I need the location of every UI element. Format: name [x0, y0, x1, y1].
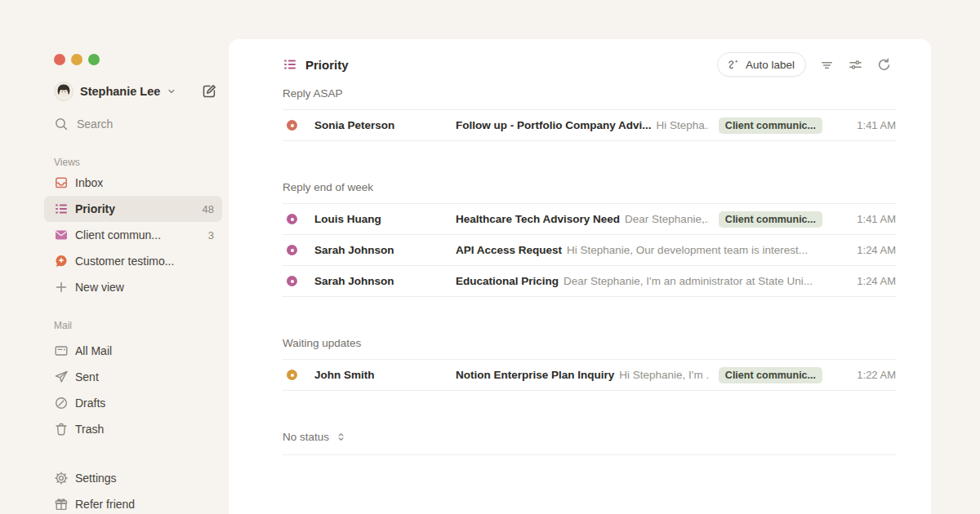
email-subject: Notion Enterprise Plan Inquiry [456, 369, 614, 381]
section-reply-end-of-week: Reply end of week Louis Huang Healthcare… [283, 179, 896, 297]
sidebar-item-new-view[interactable]: New view [44, 274, 222, 300]
chevron-up-down-icon [336, 432, 346, 442]
sidebar-item-inbox[interactable]: Inbox [44, 170, 222, 196]
section-label: Reply ASAP [283, 87, 343, 100]
unread-status-dot-icon[interactable] [287, 120, 297, 131]
email-snippet: Dear Stephanie,... [625, 213, 709, 225]
paper-plane-icon [54, 370, 69, 384]
unread-status-dot-icon[interactable] [287, 214, 297, 224]
search-icon [54, 117, 69, 131]
section-label: No status [283, 431, 329, 443]
window-controls [54, 54, 222, 65]
priority-list-icon [54, 202, 69, 216]
email-time: 1:41 AM [837, 213, 896, 225]
view-header: Priority Auto label [229, 39, 931, 82]
section-no-status: No status [283, 428, 896, 455]
email-time: 1:24 AM [837, 244, 896, 256]
sidebar-item-label: Client commun... [75, 228, 161, 241]
email-sender: Sonia Peterson [314, 119, 456, 131]
speech-bubble-plus-icon [54, 254, 69, 268]
section-reply-asap: Reply ASAP Sonia Peterson Follow up - Po… [283, 85, 896, 141]
mail-heading: Mail [54, 318, 222, 333]
email-subject: API Access Request [456, 244, 562, 256]
email-sender: Louis Huang [314, 213, 456, 225]
email-subject: Educational Pricing [456, 275, 559, 287]
email-row[interactable]: Sarah Johnson Educational PricingDear St… [283, 266, 896, 297]
email-snippet: Hi Stephanie, I'm ... [619, 369, 709, 381]
sidebar-item-label: Trash [75, 423, 104, 436]
label-badge[interactable]: Client communic... [719, 367, 822, 383]
section-label: Waiting updates [283, 337, 361, 349]
maximize-window-button[interactable] [88, 54, 100, 65]
sidebar-item-customer-testimonials[interactable]: Customer testimo... [44, 248, 222, 274]
inbox-icon [54, 175, 69, 190]
email-sender: Sarah Johnson [314, 275, 456, 287]
sidebar-item-priority[interactable]: Priority 48 [44, 196, 222, 222]
unread-count: 3 [208, 229, 214, 241]
priority-list-icon [283, 57, 297, 72]
sidebar-item-settings[interactable]: Settings [44, 465, 222, 491]
unread-count: 48 [203, 203, 214, 215]
sidebar-item-label: Settings [75, 472, 117, 485]
auto-label-button[interactable]: Auto label [717, 52, 806, 77]
chevron-down-icon [167, 86, 176, 96]
sidebar-item-label: Drafts [75, 397, 105, 410]
email-snippet: Hi Stepha... [657, 119, 709, 131]
sidebar: Stephanie Lee Search Views Inbox [0, 0, 229, 514]
search-button[interactable]: Search [54, 113, 222, 135]
email-subject: Healthcare Tech Advisory Need [456, 213, 620, 225]
sidebar-item-refer-friend[interactable]: Refer friend [44, 491, 222, 514]
auto-label-label: Auto label [746, 59, 795, 71]
sidebar-item-trash[interactable]: Trash [44, 416, 222, 442]
sidebar-item-all-mail[interactable]: All Mail [44, 338, 222, 364]
divider [283, 454, 896, 455]
page-title: Priority [305, 58, 349, 72]
sidebar-item-sent[interactable]: Sent [44, 364, 222, 390]
display-settings-sliders-icon[interactable] [848, 57, 863, 73]
draft-pencil-icon [54, 396, 69, 410]
plus-icon [54, 280, 69, 295]
sidebar-item-label: Priority [75, 202, 115, 215]
minimize-window-button[interactable] [71, 54, 82, 65]
sidebar-item-client-communication[interactable]: Client commun... 3 [44, 222, 222, 248]
email-sender: Sarah Johnson [314, 244, 456, 256]
section-label: Reply end of week [283, 181, 373, 193]
email-snippet: Dear Stephanie, I'm an administrator at … [564, 275, 813, 287]
label-badge[interactable]: Client communic... [719, 211, 822, 228]
label-badge[interactable]: Client communic... [719, 117, 822, 134]
email-row[interactable]: John Smith Notion Enterprise Plan Inquir… [283, 360, 896, 391]
all-mail-icon [54, 343, 69, 358]
sparkle-wand-icon [727, 58, 740, 71]
email-time: 1:22 AM [837, 369, 896, 381]
no-status-toggle[interactable]: No status [283, 428, 896, 445]
email-row[interactable]: Sarah Johnson API Access RequestHi Steph… [283, 235, 896, 266]
sidebar-item-label: Refer friend [75, 498, 135, 511]
close-window-button[interactable] [54, 54, 65, 65]
compose-button[interactable] [201, 83, 217, 100]
workspace-switcher[interactable]: Stephanie Lee [54, 80, 222, 103]
filter-icon[interactable] [819, 57, 835, 73]
search-label: Search [77, 117, 113, 131]
gear-icon [54, 471, 69, 485]
email-time: 1:41 AM [837, 119, 896, 131]
section-waiting-updates: Waiting updates John Smith Notion Enterp… [283, 335, 896, 391]
email-row[interactable]: Louis Huang Healthcare Tech Advisory Nee… [283, 204, 896, 235]
trash-icon [54, 422, 69, 436]
views-heading: Views [54, 155, 222, 170]
email-sender: John Smith [314, 369, 456, 381]
mail-list-panel: Priority Auto label [229, 39, 931, 514]
sidebar-item-label: Inbox [75, 176, 103, 189]
sidebar-item-label: Customer testimo... [75, 255, 174, 268]
email-time: 1:24 AM [837, 275, 896, 287]
unread-status-dot-icon[interactable] [287, 276, 297, 286]
sidebar-item-drafts[interactable]: Drafts [44, 390, 222, 416]
envelope-icon [54, 228, 69, 242]
email-snippet: Hi Stephanie, Our development team is in… [567, 244, 808, 256]
unread-status-dot-icon[interactable] [287, 370, 297, 380]
gift-icon [54, 497, 69, 512]
email-row[interactable]: Sonia Peterson Follow up - Portfolio Com… [283, 110, 896, 141]
unread-status-dot-icon[interactable] [287, 245, 297, 255]
sidebar-item-label: New view [75, 281, 124, 294]
avatar [54, 82, 74, 101]
refresh-icon[interactable] [876, 57, 892, 73]
